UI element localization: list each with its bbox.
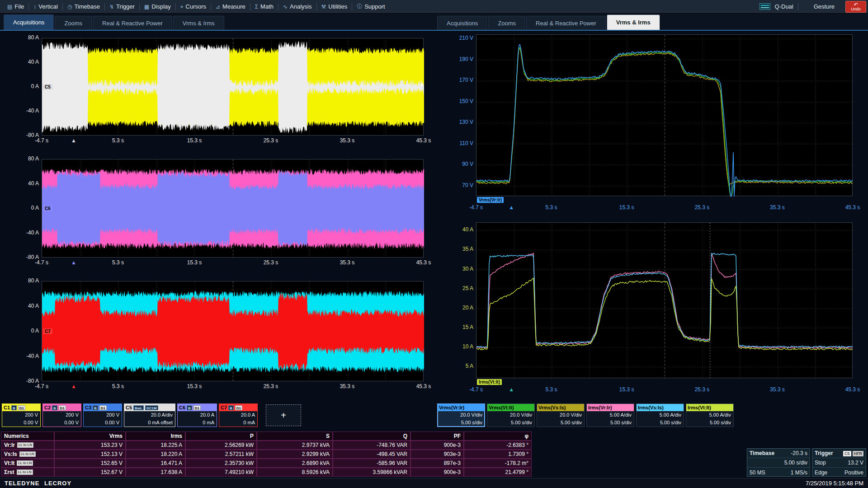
menu-item-support[interactable]: ⓘSupport: [352, 0, 390, 13]
x-tick-label: 5.3 s: [546, 386, 557, 393]
x-tick-label: 5.3 s: [546, 204, 557, 211]
timebase-memory: 50 MS: [750, 468, 765, 477]
trace-name-label: Irms(Vr:Ir): [588, 405, 612, 410]
y-tick-label: 210 V: [459, 35, 473, 41]
undo-button[interactable]: ↶ Undo: [845, 1, 866, 13]
channel-id-label: C1: [4, 405, 10, 410]
timebase-summary[interactable]: Timebase-20.3 s 5.00 s/div 50 MS1 MS/s: [747, 448, 810, 477]
numerics-value-vr-ir-4: -748.76 VAR: [333, 441, 410, 450]
menu-item-label: Cursors: [186, 3, 207, 10]
trace-hscale-value: 5.00 s/div: [587, 419, 634, 427]
waveform-grid-irms-trend[interactable]: [476, 222, 853, 378]
waveform-grid-c6-current[interactable]: C6: [42, 159, 424, 258]
channel-scale-value: 20.0 A: [219, 411, 257, 419]
channel-descriptor-c5[interactable]: C5BwLDC1M20.0 A/div0 mA offset: [124, 404, 175, 427]
trigger-level: 13.2 V: [848, 458, 863, 467]
numerics-header-pf: PF: [410, 432, 464, 441]
menu-item-display[interactable]: ▦Display: [140, 0, 175, 13]
axis-x-labels-irms-trend: -4.7 s5.3 s15.3 s25.3 s35.3 s45.3 s▲: [476, 386, 853, 394]
channel-header-c3: C3BD1: [84, 404, 122, 411]
menu-item-file[interactable]: ▤File: [3, 0, 28, 13]
numerics-value-vs-is-2: 2.57211 kW: [185, 450, 257, 459]
trace-tag-c6[interactable]: C6: [43, 206, 52, 211]
numerics-value-vs-is-4: -498.45 VAR: [333, 450, 410, 459]
trigger-summary[interactable]: Trigger C5HFR Stop13.2 V EdgePositive: [812, 448, 866, 477]
menu-item-utilities[interactable]: ⚒Utilities: [317, 0, 352, 13]
channel-descriptor-c7[interactable]: C7BD120.0 A0 mA: [219, 404, 258, 427]
cursors-icon: ⌖: [180, 4, 184, 10]
tab-real-reactive-power[interactable]: Real & Reactive Power: [93, 16, 172, 30]
trigger-position-marker: ▲: [71, 383, 76, 389]
numerics-value-vt-it-3: 2.6890 kVA: [257, 459, 333, 468]
channel-scale-value: 200 V: [84, 411, 122, 419]
qdual-mode-button[interactable]: Q-Dual: [775, 3, 793, 10]
tab-acquisitions[interactable]: Acquisitions: [437, 16, 487, 30]
menu-item-label: Vertical: [38, 3, 58, 10]
x-tick-label: 5.3 s: [112, 259, 124, 266]
trace-descriptor-irms-vr-ir[interactable]: Irms(Vr:Ir)5.00 A/div5.00 s/div: [586, 404, 634, 427]
channel-badge-d1: D1: [193, 405, 201, 410]
trace-descriptor-irms-vs-is[interactable]: Irms(Vs:Is)5.00 A/div5.00 s/div: [636, 404, 684, 427]
trace-tag-c7[interactable]: C7: [43, 328, 52, 334]
channel-descriptor-c6[interactable]: C6BD120.0 A0 mA: [177, 404, 217, 427]
menu-item-label: Measure: [222, 3, 245, 10]
tab-acquisitions[interactable]: Acquisitions: [4, 14, 54, 30]
add-trace-button[interactable]: +: [266, 404, 301, 426]
y-tick-label: 150 V: [459, 98, 473, 104]
tab-zooms[interactable]: Zooms: [488, 16, 525, 30]
x-tick-label: 45.3 s: [416, 137, 431, 144]
trace-tag-vrms-vr-ir[interactable]: Vrms(Vr:Ir): [477, 197, 504, 203]
trace-descriptor-irms-vt-it[interactable]: Irms(Vt:It)5.00 A/div5.00 s/div: [686, 404, 734, 427]
gesture-button[interactable]: Gesture: [814, 3, 835, 10]
tab-vrms-irms[interactable]: Vrms & Irms: [173, 16, 224, 30]
numerics-table: NumericsVrmsIrmsPSQPFφVr:IrLL to LN153.2…: [1, 432, 532, 477]
trace-descriptor-vrms-vs-is[interactable]: Vrms(Vs:Is)20.0 V/div5.00 s/div: [537, 404, 585, 427]
y-tick-label: -40 A: [26, 108, 39, 114]
trace-descriptor-vrms-vt-it[interactable]: Vrms(Vt:It)20.0 V/div5.00 s/div: [487, 404, 535, 427]
x-tick-label: 25.3 s: [694, 204, 709, 211]
channel-badge-b: B: [228, 405, 234, 410]
tab-zooms[interactable]: Zooms: [55, 16, 92, 30]
tab-vrms-irms[interactable]: Vrms & Irms: [607, 14, 660, 30]
y-tick-label: 40 A: [462, 226, 473, 233]
menu-item-math[interactable]: ΣMath: [250, 0, 278, 13]
menu-item-vertical[interactable]: ↕Vertical: [29, 0, 62, 13]
channel-header-c1: C1BD1: [2, 404, 40, 411]
x-tick-label: 5.3 s: [112, 383, 124, 389]
axis-y-labels-irms-trend: 40 A35 A30 A25 A20 A15 A10 A5 A: [448, 222, 473, 378]
waveform-grid-vrms-trend[interactable]: [476, 34, 853, 196]
channel-descriptor-c2[interactable]: C2BD1200 V0.00 V: [42, 404, 81, 427]
channel-offset-value: 0 mA: [178, 419, 217, 427]
waveform-grid-c7-current[interactable]: C7: [42, 281, 424, 381]
numerics-header-s: S: [257, 432, 333, 441]
axis-y-labels-c6-current: 80 A40 A0 A-40 A-80 A: [14, 159, 39, 258]
tab-bar: AcquisitionsZoomsReal & Reactive PowerVr…: [0, 14, 868, 31]
numerics-value-vr-ir-5: 900e-3: [410, 441, 464, 450]
menu-item-trigger[interactable]: ↯Trigger: [105, 0, 139, 13]
wiring-badge: LL to LN: [17, 442, 33, 448]
x-tick-label: 45.3 s: [416, 383, 431, 389]
numerics-value-vr-ir-2: 2.56269 kW: [185, 441, 257, 450]
numerics-value-rst-4: 3.59866 kVAR: [333, 468, 410, 477]
waveform-svg-vrms-trend: [476, 35, 853, 197]
channel-offset-value: 0.00 V: [43, 419, 81, 427]
channel-descriptor-c1[interactable]: C1BD1200 V0.00 V: [2, 404, 41, 427]
tab-real-reactive-power[interactable]: Real & Reactive Power: [526, 16, 606, 30]
trace-tag-irms-vt-it[interactable]: Irms(Vt:It): [477, 379, 502, 385]
trace-hscale-value: 5.00 s/div: [637, 419, 684, 427]
trace-tag-c5[interactable]: C5: [43, 84, 52, 90]
x-tick-label: 35.3 s: [770, 386, 785, 393]
y-tick-label: 0 A: [31, 205, 39, 211]
brand-logo: TELEDYNE LECROY: [5, 480, 71, 487]
menu-item-cursors[interactable]: ⌖Cursors: [176, 0, 211, 13]
x-tick-label: 35.3 s: [340, 383, 355, 389]
menu-item-timebase[interactable]: ◷Timebase: [63, 0, 104, 13]
channel-descriptor-c3[interactable]: C3BD1200 V0.00 V: [83, 404, 122, 427]
menu-item-measure[interactable]: ⊿Measure: [211, 0, 250, 13]
trigger-type: Edge: [815, 468, 827, 477]
channel-badge-d1: D1: [99, 405, 107, 410]
timebase-offset: -20.3 s: [791, 449, 807, 458]
menu-item-analysis[interactable]: ∿Analysis: [278, 0, 316, 13]
trace-descriptor-vrms-vr-ir[interactable]: Vrms(Vr:Ir)20.0 V/div5.00 s/div: [437, 404, 485, 427]
waveform-grid-c5-current[interactable]: ◀C5: [42, 38, 424, 136]
